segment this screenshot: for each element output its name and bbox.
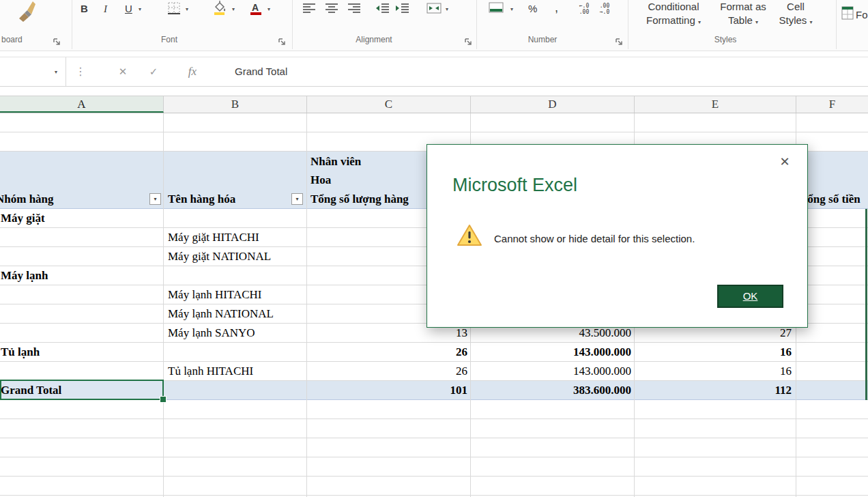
- column-header-b[interactable]: B: [164, 96, 307, 113]
- fill-color-dropdown-icon[interactable]: ▾: [232, 6, 235, 12]
- underline-button[interactable]: U: [125, 1, 132, 16]
- conditional-formatting-dropdown-icon: ▾: [698, 19, 701, 25]
- format-cells-icon[interactable]: [841, 6, 854, 23]
- number-format-dropdown-icon[interactable]: ▾: [510, 6, 513, 12]
- group-separator: [476, 0, 477, 49]
- borders-dropdown-icon[interactable]: ▾: [186, 6, 188, 12]
- increase-decimal-icon[interactable]: ←.0 .00: [575, 3, 593, 15]
- cell-styles-line1: Cell: [787, 1, 805, 12]
- table-row: Tủ lạnh HITACHI 26 143.000.000 16: [0, 362, 868, 381]
- decrease-indent-icon[interactable]: [375, 3, 390, 16]
- enter-icon[interactable]: ✓: [140, 57, 167, 86]
- column-header-f[interactable]: F: [796, 96, 868, 113]
- font-color-dropdown-icon[interactable]: ▾: [267, 6, 270, 12]
- cell-count[interactable]: 16: [635, 362, 792, 381]
- formula-bar-grip-icon[interactable]: ⋮: [74, 57, 87, 86]
- conditional-formatting-button[interactable]: Conditional Formatting ▾: [633, 0, 714, 29]
- font-color-swatch: [250, 12, 261, 15]
- cell-item[interactable]: Máy giặt HITACHI: [168, 228, 259, 247]
- format-button-label-partial[interactable]: Fo: [856, 8, 868, 23]
- pivot-header-tong-so-luong[interactable]: Tổng số lượng hàng: [310, 190, 409, 208]
- cell-group-may-lanh[interactable]: Máy lạnh: [1, 266, 48, 285]
- name-box[interactable]: ▾: [0, 57, 66, 86]
- cell-amount[interactable]: 383.600.000: [471, 381, 631, 400]
- group-separator: [72, 0, 72, 49]
- clipboard-dialog-launcher-icon[interactable]: [53, 36, 61, 44]
- align-right-icon[interactable]: [347, 3, 361, 16]
- increase-indent-icon[interactable]: [394, 3, 409, 16]
- column-header-a[interactable]: A: [0, 96, 164, 113]
- cell-styles-line2: Styles: [779, 14, 807, 26]
- format-as-table-button[interactable]: Format as Table ▾: [714, 0, 772, 29]
- dialog-title: Microsoft Excel: [452, 175, 577, 196]
- italic-button[interactable]: I: [104, 1, 107, 16]
- cancel-icon[interactable]: ✕: [109, 57, 136, 86]
- cell-qty[interactable]: 26: [307, 362, 467, 381]
- pivot-header-nhom-hang[interactable]: Nhóm hàng: [0, 190, 54, 208]
- filter-arrow-icon: ▾: [154, 196, 156, 202]
- pivot-header-hoa[interactable]: Hoa: [310, 171, 331, 189]
- name-box-dropdown-icon[interactable]: ▾: [55, 69, 57, 75]
- column-header-e[interactable]: E: [635, 96, 796, 113]
- merge-center-icon[interactable]: [426, 3, 442, 16]
- group-separator: [836, 0, 837, 49]
- borders-icon[interactable]: [168, 2, 180, 17]
- decrease-decimal-top: .00: [600, 3, 609, 9]
- fill-handle[interactable]: [160, 396, 167, 403]
- cell-group-may-giat[interactable]: Máy giặt: [1, 209, 45, 228]
- bold-button[interactable]: B: [81, 1, 88, 16]
- pivot-header-nhan-vien[interactable]: Nhân viên: [310, 152, 361, 171]
- pivot-header-tong-so-tien[interactable]: Tổng số tiền: [800, 190, 860, 208]
- format-as-table-dropdown-icon: ▾: [755, 19, 758, 25]
- formula-bar-value[interactable]: Grand Total: [235, 57, 287, 86]
- fill-color-icon[interactable]: [213, 1, 227, 18]
- ok-button-label: OK: [743, 290, 758, 302]
- cell-qty[interactable]: 26: [307, 343, 467, 362]
- number-group-label: Number: [508, 35, 577, 44]
- filter-button-nhom-hang[interactable]: ▾: [149, 193, 161, 205]
- filter-arrow-icon: ▾: [295, 196, 298, 202]
- font-dialog-launcher-icon[interactable]: [278, 36, 286, 44]
- cell-styles-button[interactable]: Cell Styles ▾: [772, 0, 819, 29]
- cell-item[interactable]: Máy lạnh HITACHI: [168, 285, 261, 304]
- formula-bar: ▾ ⋮ ✕ ✓ fx Grand Total: [0, 57, 868, 87]
- number-format-icon[interactable]: [489, 2, 504, 16]
- pivot-header-ten-hang-hoa[interactable]: Tên hàng hóa: [168, 190, 235, 208]
- cell-item[interactable]: Máy giặt NATIONAL: [168, 247, 271, 266]
- percent-style-button[interactable]: %: [528, 1, 537, 16]
- insert-function-icon[interactable]: fx: [179, 57, 206, 86]
- align-left-icon[interactable]: [302, 3, 316, 16]
- warning-icon: [457, 224, 482, 250]
- cell-amount[interactable]: 143.000.000: [471, 343, 631, 362]
- underline-dropdown-icon[interactable]: ▾: [139, 6, 141, 12]
- filter-button-ten-hang-hoa[interactable]: ▾: [291, 193, 303, 205]
- excel-alert-dialog: ✕ Microsoft Excel Cannot show or hide de…: [426, 144, 808, 328]
- column-header-c[interactable]: C: [307, 96, 471, 113]
- cell-item[interactable]: Tủ lạnh HITACHI: [168, 362, 253, 381]
- cell-item[interactable]: Máy lạnh SANYO: [168, 324, 255, 343]
- number-dialog-launcher-icon[interactable]: [615, 36, 623, 44]
- ok-button[interactable]: OK: [717, 285, 783, 308]
- cell-qty[interactable]: 101: [307, 381, 467, 400]
- cell-item[interactable]: Máy lạnh NATIONAL: [168, 304, 274, 324]
- active-cell-selection[interactable]: [0, 380, 164, 400]
- decrease-decimal-bottom: →.0: [600, 9, 609, 15]
- increase-decimal-bottom: .00: [579, 9, 589, 15]
- cell-count[interactable]: 112: [635, 381, 792, 400]
- decrease-decimal-icon[interactable]: .00 →.0: [596, 3, 613, 15]
- merge-center-dropdown-icon[interactable]: ▾: [446, 6, 448, 12]
- comma-style-button[interactable]: ,: [555, 0, 558, 15]
- format-painter-icon[interactable]: [18, 0, 35, 25]
- dialog-close-icon[interactable]: ✕: [774, 152, 796, 172]
- alignment-dialog-launcher-icon[interactable]: [464, 36, 472, 44]
- cell-count[interactable]: 16: [635, 343, 792, 362]
- styles-group-label: Styles: [691, 35, 760, 44]
- increase-decimal-top: ←.0: [579, 3, 589, 9]
- cell-amount[interactable]: 143.000.000: [471, 362, 631, 381]
- group-separator: [628, 0, 628, 49]
- column-header-d[interactable]: D: [471, 96, 635, 113]
- alignment-group-label: Alignment: [340, 35, 408, 44]
- align-center-icon[interactable]: [325, 3, 338, 16]
- cell-group-tu-lanh[interactable]: Tủ lạnh: [1, 343, 40, 362]
- column-headers: A B C D E F: [0, 96, 868, 113]
